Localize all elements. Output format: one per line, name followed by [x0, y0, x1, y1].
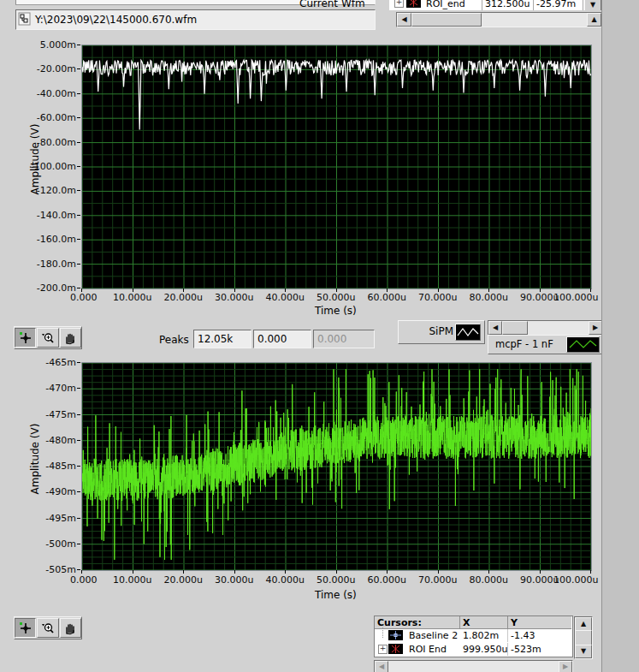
cursor-row-baseline2[interactable]: Baseline 2 1.802m -1.43 — [375, 629, 571, 642]
y-tick-mark — [77, 45, 80, 45]
threshold-field[interactable]: 0.000 — [253, 330, 311, 348]
y-tick-mark — [77, 142, 80, 143]
cursors-header: Cursors: — [375, 616, 460, 629]
y-tick-mark — [77, 544, 80, 544]
x-axis-label: Time (s) — [315, 305, 357, 317]
y-tick-mark — [77, 569, 80, 570]
cursors-col-x: X — [460, 616, 508, 629]
plot-legend-mcpf[interactable]: mcpF - 1 nF — [488, 335, 603, 354]
y-tick-mark — [77, 215, 80, 216]
x-tick-mark — [387, 288, 388, 292]
pan-tool-button[interactable] — [60, 328, 81, 348]
peaks-count-field[interactable]: 12.05k — [193, 330, 251, 348]
cursor-tool-button[interactable] — [15, 618, 36, 638]
cursors-hscrollbar[interactable]: ◀ ▶ — [374, 660, 573, 672]
scroll-thumb[interactable] — [575, 630, 592, 645]
labview-front-panel: Current Wfm Y:\2023\09\22\145000.670.wfm… — [0, 0, 639, 672]
x-tick-label: 70.000u — [418, 292, 457, 303]
cursors-col-y: Y — [508, 616, 571, 629]
scroll-thumb[interactable] — [502, 321, 528, 335]
plot-legend-sipm-label[interactable]: SiPM — [429, 325, 453, 337]
graph-hscrollbar[interactable]: ◀ ▶ — [488, 320, 603, 336]
y-tick-label: -480m — [45, 435, 76, 446]
y-tick-label: -485m — [45, 461, 76, 472]
plot-legend-mcpf-label[interactable]: mcpF - 1 nF — [495, 338, 553, 350]
scroll-left-button[interactable]: ◀ — [488, 321, 502, 335]
y-tick-label: -475m — [45, 409, 76, 420]
plot-legend-sipm-swatch[interactable] — [455, 324, 481, 341]
expand-toggle[interactable]: + — [394, 0, 404, 8]
y-tick-label: -160.0m — [37, 234, 76, 245]
cursor-x-cell[interactable]: 1.802m — [460, 629, 508, 642]
bottom-waveform-graph[interactable] — [81, 362, 592, 571]
x-tick-mark — [81, 288, 82, 292]
cursors-vscrollbar[interactable]: ▲ ▼ — [574, 616, 593, 659]
cursors-table: Cursors: X Y Baseline 2 1.802m -1.43 + — [374, 616, 573, 657]
path-type-icon[interactable] — [18, 12, 31, 26]
y-tick-label: -120.0m — [37, 185, 76, 196]
top-waveform-graph[interactable] — [81, 45, 592, 289]
x-tick-label: 70.000u — [418, 574, 457, 586]
cursor-row-roi-end[interactable]: + ROI End 999.950u -523m — [375, 643, 571, 656]
x-tick-label: 0.000 — [70, 574, 98, 586]
tree-connector — [382, 627, 384, 638]
scroll-left-button[interactable]: ◀ — [375, 661, 388, 672]
y-tick-mark — [77, 239, 80, 240]
path-value[interactable]: Y:\2023\09\22\145000.670.wfm — [35, 14, 197, 26]
SiPM-plot-area[interactable] — [82, 45, 591, 288]
zoom-tool-button[interactable] — [37, 328, 58, 348]
x-tick-label: 20.000u — [164, 574, 203, 586]
graph-palette-top — [14, 326, 82, 349]
expand-toggle[interactable]: + — [378, 645, 388, 654]
scroll-down-button[interactable]: ▼ — [584, 0, 601, 10]
scroll-thumb[interactable] — [411, 13, 482, 27]
cursor-legend-hscrollbar[interactable]: ◀ ▲ — [396, 12, 602, 27]
x-tick-label: 80.000u — [470, 574, 508, 586]
plot-legend-sipm[interactable]: SiPM — [398, 320, 485, 344]
cursor-tool-button[interactable] — [15, 328, 36, 348]
y-tick-mark — [77, 264, 80, 265]
x-tick-label: 100.000u — [553, 574, 598, 586]
cursor-name-cell[interactable]: ROI End — [406, 643, 460, 656]
scroll-right-button[interactable]: ▲ — [587, 13, 601, 27]
x-tick-label: 40.000u — [266, 574, 305, 586]
y-tick-mark — [77, 117, 80, 118]
disabled-numeric-field: 0.000 — [313, 330, 375, 348]
x-tick-mark — [81, 570, 82, 574]
y-tick-label: -470m — [45, 383, 76, 394]
cursor-name-cell[interactable]: Baseline 2 — [406, 629, 460, 642]
scroll-right-button[interactable]: ▶ — [559, 661, 572, 672]
cursor-y-cell[interactable]: -1.43 — [508, 629, 570, 642]
cursor-y-cell[interactable]: -523m — [508, 643, 570, 656]
scroll-left-button[interactable]: ◀ — [397, 13, 411, 27]
mcpF - 1 nF-plot-area[interactable] — [82, 363, 591, 570]
cursor-x-cell[interactable]: 999.950u — [460, 643, 508, 656]
y-tick-label: -40.00m — [37, 88, 76, 99]
x-tick-mark — [590, 570, 591, 574]
roi-end-cursor-icon — [406, 0, 421, 8]
zoom-tool-button[interactable] — [37, 618, 58, 638]
scroll-right-button[interactable]: ▶ — [589, 321, 602, 335]
x-tick-label: 60.000u — [368, 292, 406, 303]
pan-tool-button[interactable] — [60, 618, 81, 638]
x-tick-mark — [336, 570, 337, 574]
partial-cursor-legend-row: + ROI_end 312.500u -25.97m ▼ — [389, 0, 601, 10]
x-axis-label: Time (s) — [315, 589, 357, 601]
y-tick-label: 5.000m — [40, 39, 76, 51]
y-tick-label: -495m — [45, 513, 76, 524]
x-tick-label: 0.000 — [70, 292, 98, 303]
cursor-x-cell[interactable]: 312.500u — [482, 0, 534, 10]
scroll-down-button[interactable]: ▼ — [575, 645, 592, 658]
x-tick-mark — [540, 570, 541, 574]
y-tick-mark — [77, 518, 80, 519]
y-tick-label: -60.00m — [37, 112, 76, 123]
x-tick-mark — [387, 570, 388, 574]
x-tick-mark — [540, 288, 541, 292]
scroll-up-button[interactable]: ▲ — [575, 617, 592, 631]
cursor-name-cell[interactable]: ROI_end — [423, 0, 482, 10]
cursor-y-cell[interactable]: -25.97m — [534, 0, 583, 10]
plot-legend-mcpf-swatch[interactable] — [566, 336, 600, 353]
y-axis-label: Amplitude (V) — [28, 424, 40, 495]
current-wfm-path-control[interactable]: Y:\2023\09\22\145000.670.wfm — [15, 9, 376, 30]
y-tick-mark — [77, 388, 80, 389]
